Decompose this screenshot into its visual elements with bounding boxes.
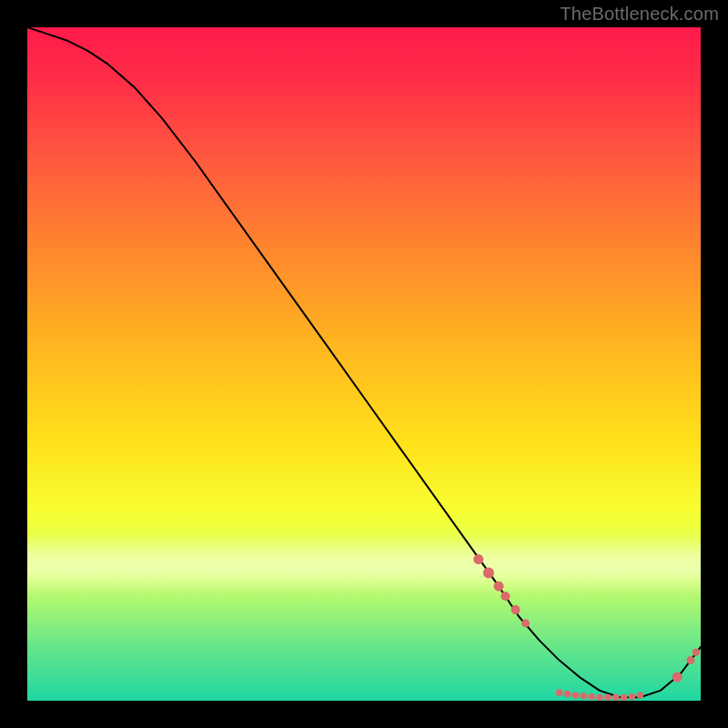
data-marker (580, 693, 587, 700)
watermark-text: TheBottleneck.com (560, 4, 719, 25)
data-marker (572, 692, 580, 699)
data-marker (621, 694, 628, 702)
data-marker (686, 656, 694, 664)
data-marker (483, 567, 494, 578)
data-marker (604, 694, 612, 702)
data-marker (629, 693, 636, 701)
data-marker (588, 693, 595, 701)
plot-area (27, 27, 701, 701)
markers-group (473, 554, 700, 701)
data-marker (500, 592, 510, 601)
data-marker (637, 692, 644, 699)
data-marker (521, 619, 530, 627)
bottleneck-curve (27, 27, 701, 697)
data-marker (494, 581, 504, 592)
data-marker (693, 649, 700, 656)
data-marker (556, 689, 563, 696)
data-marker (596, 694, 603, 702)
chart-stage: TheBottleneck.com (0, 0, 728, 728)
curve-layer (27, 27, 701, 701)
data-marker (473, 554, 483, 564)
data-marker (672, 672, 682, 682)
data-marker (612, 694, 620, 702)
data-marker (511, 605, 521, 614)
data-marker (564, 691, 571, 698)
